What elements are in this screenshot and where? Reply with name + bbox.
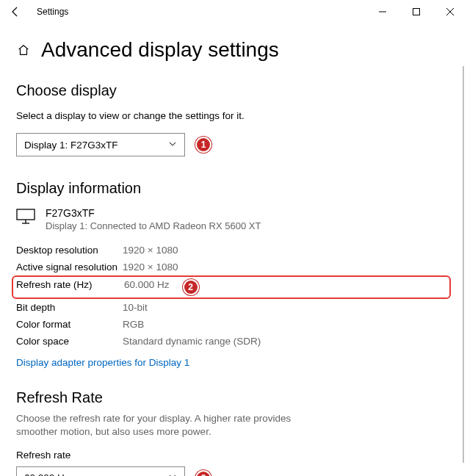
close-button[interactable] bbox=[433, 0, 467, 24]
app-title: Settings bbox=[37, 7, 68, 17]
info-label: Desktop resolution bbox=[16, 245, 123, 256]
page-title: Advanced display settings bbox=[41, 38, 279, 62]
home-icon bbox=[17, 43, 30, 57]
refresh-rate-help: Choose the refresh rate for your display… bbox=[16, 412, 325, 439]
choose-display-heading: Choose display bbox=[16, 82, 451, 99]
arrow-left-icon bbox=[10, 6, 21, 18]
annotation-1: 1 bbox=[195, 137, 211, 153]
info-label: Bit depth bbox=[16, 302, 123, 313]
info-label: Color format bbox=[16, 319, 123, 330]
refresh-rate-select[interactable]: 60.000 Hz bbox=[16, 466, 185, 476]
minimize-icon bbox=[379, 8, 386, 15]
adapter-properties-link[interactable]: Display adapter properties for Display 1 bbox=[16, 357, 189, 368]
info-value: 10-bit bbox=[123, 302, 148, 313]
svg-rect-1 bbox=[413, 9, 420, 15]
table-row-highlighted: Refresh rate (Hz) 60.000 Hz 2 bbox=[12, 275, 451, 299]
scrollbar[interactable] bbox=[463, 66, 464, 463]
svg-rect-2 bbox=[17, 209, 35, 220]
info-label: Color space bbox=[16, 336, 123, 347]
monitor-name: F27G3xTF bbox=[46, 207, 261, 219]
refresh-rate-label: Refresh rate bbox=[16, 450, 451, 461]
monitor-icon bbox=[16, 209, 35, 228]
table-row: Color space Standard dynamic range (SDR) bbox=[16, 333, 451, 350]
maximize-icon bbox=[413, 8, 420, 15]
display-select-value: Display 1: F27G3xTF bbox=[24, 140, 118, 151]
chevron-down-icon bbox=[168, 140, 177, 151]
display-information-heading: Display information bbox=[16, 180, 451, 197]
refresh-rate-value: 60.000 Hz bbox=[24, 472, 70, 476]
back-button[interactable] bbox=[7, 4, 23, 20]
info-value: 1920 × 1080 bbox=[123, 262, 178, 273]
close-icon bbox=[446, 8, 454, 15]
display-info-table: Desktop resolution 1920 × 1080 Active si… bbox=[16, 242, 451, 350]
table-row: Active signal resolution 1920 × 1080 bbox=[16, 259, 451, 275]
info-value: 60.000 Hz bbox=[124, 279, 170, 295]
table-row: Desktop resolution 1920 × 1080 bbox=[16, 242, 451, 259]
annotation-3: 3 bbox=[195, 470, 211, 476]
info-label: Active signal resolution bbox=[16, 262, 123, 273]
info-value: 1920 × 1080 bbox=[123, 245, 178, 256]
info-value: RGB bbox=[123, 319, 144, 330]
maximize-button[interactable] bbox=[399, 0, 433, 24]
chevron-down-icon bbox=[168, 472, 177, 476]
choose-display-help: Select a display to view or change the s… bbox=[16, 109, 451, 123]
annotation-2: 2 bbox=[183, 279, 199, 295]
refresh-rate-heading: Refresh Rate bbox=[16, 389, 451, 406]
minimize-button[interactable] bbox=[366, 0, 399, 24]
home-button[interactable] bbox=[16, 43, 31, 57]
info-value: Standard dynamic range (SDR) bbox=[123, 336, 261, 347]
table-row: Bit depth 10-bit bbox=[16, 299, 451, 316]
info-label: Refresh rate (Hz) bbox=[16, 279, 124, 295]
monitor-connection: Display 1: Connected to AMD Radeon RX 56… bbox=[46, 220, 261, 231]
display-select[interactable]: Display 1: F27G3xTF bbox=[16, 133, 185, 156]
table-row: Color format RGB bbox=[16, 316, 451, 333]
